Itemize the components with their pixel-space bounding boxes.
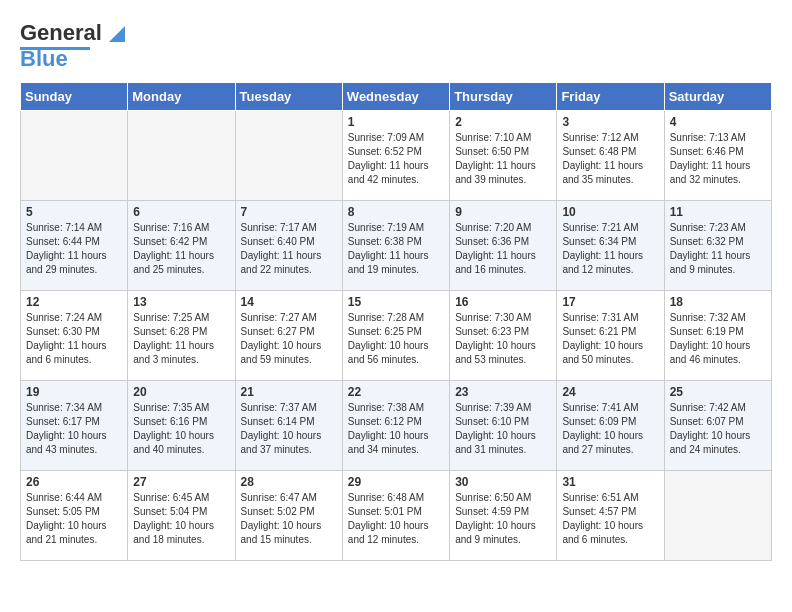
day-number: 14	[241, 295, 337, 309]
day-number: 9	[455, 205, 551, 219]
logo-blue: Blue	[20, 46, 68, 72]
day-number: 18	[670, 295, 766, 309]
day-info: Sunrise: 7:42 AMSunset: 6:07 PMDaylight:…	[670, 401, 766, 457]
day-cell	[664, 471, 771, 561]
page-header: General Blue	[20, 20, 772, 72]
day-info: Sunrise: 7:23 AMSunset: 6:32 PMDaylight:…	[670, 221, 766, 277]
calendar-header-row: SundayMondayTuesdayWednesdayThursdayFrid…	[21, 83, 772, 111]
day-number: 11	[670, 205, 766, 219]
day-cell: 31 Sunrise: 6:51 AMSunset: 4:57 PMDaylig…	[557, 471, 664, 561]
day-info: Sunrise: 7:13 AMSunset: 6:46 PMDaylight:…	[670, 131, 766, 187]
day-info: Sunrise: 7:32 AMSunset: 6:19 PMDaylight:…	[670, 311, 766, 367]
day-info: Sunrise: 7:17 AMSunset: 6:40 PMDaylight:…	[241, 221, 337, 277]
day-number: 2	[455, 115, 551, 129]
day-number: 15	[348, 295, 444, 309]
day-cell: 25 Sunrise: 7:42 AMSunset: 6:07 PMDaylig…	[664, 381, 771, 471]
day-cell: 29 Sunrise: 6:48 AMSunset: 5:01 PMDaylig…	[342, 471, 449, 561]
day-cell: 18 Sunrise: 7:32 AMSunset: 6:19 PMDaylig…	[664, 291, 771, 381]
calendar-table: SundayMondayTuesdayWednesdayThursdayFrid…	[20, 82, 772, 561]
day-number: 13	[133, 295, 229, 309]
svg-marker-0	[109, 26, 125, 42]
day-number: 17	[562, 295, 658, 309]
day-number: 20	[133, 385, 229, 399]
day-info: Sunrise: 6:51 AMSunset: 4:57 PMDaylight:…	[562, 491, 658, 547]
header-sunday: Sunday	[21, 83, 128, 111]
day-info: Sunrise: 7:27 AMSunset: 6:27 PMDaylight:…	[241, 311, 337, 367]
day-cell: 12 Sunrise: 7:24 AMSunset: 6:30 PMDaylig…	[21, 291, 128, 381]
day-info: Sunrise: 7:38 AMSunset: 6:12 PMDaylight:…	[348, 401, 444, 457]
day-cell: 11 Sunrise: 7:23 AMSunset: 6:32 PMDaylig…	[664, 201, 771, 291]
week-row-2: 5 Sunrise: 7:14 AMSunset: 6:44 PMDayligh…	[21, 201, 772, 291]
week-row-4: 19 Sunrise: 7:34 AMSunset: 6:17 PMDaylig…	[21, 381, 772, 471]
week-row-5: 26 Sunrise: 6:44 AMSunset: 5:05 PMDaylig…	[21, 471, 772, 561]
header-saturday: Saturday	[664, 83, 771, 111]
day-number: 8	[348, 205, 444, 219]
day-cell: 24 Sunrise: 7:41 AMSunset: 6:09 PMDaylig…	[557, 381, 664, 471]
day-number: 19	[26, 385, 122, 399]
day-info: Sunrise: 7:30 AMSunset: 6:23 PMDaylight:…	[455, 311, 551, 367]
logo-general: General	[20, 20, 102, 46]
header-friday: Friday	[557, 83, 664, 111]
day-number: 6	[133, 205, 229, 219]
day-cell: 5 Sunrise: 7:14 AMSunset: 6:44 PMDayligh…	[21, 201, 128, 291]
day-number: 26	[26, 475, 122, 489]
day-cell: 14 Sunrise: 7:27 AMSunset: 6:27 PMDaylig…	[235, 291, 342, 381]
day-cell	[21, 111, 128, 201]
day-number: 10	[562, 205, 658, 219]
day-info: Sunrise: 7:16 AMSunset: 6:42 PMDaylight:…	[133, 221, 229, 277]
week-row-3: 12 Sunrise: 7:24 AMSunset: 6:30 PMDaylig…	[21, 291, 772, 381]
day-info: Sunrise: 6:50 AMSunset: 4:59 PMDaylight:…	[455, 491, 551, 547]
day-cell: 20 Sunrise: 7:35 AMSunset: 6:16 PMDaylig…	[128, 381, 235, 471]
day-info: Sunrise: 7:34 AMSunset: 6:17 PMDaylight:…	[26, 401, 122, 457]
day-info: Sunrise: 6:48 AMSunset: 5:01 PMDaylight:…	[348, 491, 444, 547]
header-thursday: Thursday	[450, 83, 557, 111]
logo-icon	[103, 22, 125, 44]
day-cell: 23 Sunrise: 7:39 AMSunset: 6:10 PMDaylig…	[450, 381, 557, 471]
day-cell: 19 Sunrise: 7:34 AMSunset: 6:17 PMDaylig…	[21, 381, 128, 471]
day-info: Sunrise: 7:24 AMSunset: 6:30 PMDaylight:…	[26, 311, 122, 367]
day-cell: 13 Sunrise: 7:25 AMSunset: 6:28 PMDaylig…	[128, 291, 235, 381]
day-info: Sunrise: 7:28 AMSunset: 6:25 PMDaylight:…	[348, 311, 444, 367]
day-cell: 2 Sunrise: 7:10 AMSunset: 6:50 PMDayligh…	[450, 111, 557, 201]
header-monday: Monday	[128, 83, 235, 111]
day-cell: 8 Sunrise: 7:19 AMSunset: 6:38 PMDayligh…	[342, 201, 449, 291]
logo: General Blue	[20, 20, 125, 72]
day-cell: 16 Sunrise: 7:30 AMSunset: 6:23 PMDaylig…	[450, 291, 557, 381]
header-wednesday: Wednesday	[342, 83, 449, 111]
day-info: Sunrise: 7:37 AMSunset: 6:14 PMDaylight:…	[241, 401, 337, 457]
day-number: 22	[348, 385, 444, 399]
day-number: 23	[455, 385, 551, 399]
day-number: 29	[348, 475, 444, 489]
day-cell: 10 Sunrise: 7:21 AMSunset: 6:34 PMDaylig…	[557, 201, 664, 291]
day-number: 5	[26, 205, 122, 219]
day-info: Sunrise: 7:25 AMSunset: 6:28 PMDaylight:…	[133, 311, 229, 367]
day-info: Sunrise: 6:44 AMSunset: 5:05 PMDaylight:…	[26, 491, 122, 547]
day-info: Sunrise: 7:35 AMSunset: 6:16 PMDaylight:…	[133, 401, 229, 457]
day-cell	[128, 111, 235, 201]
day-cell: 28 Sunrise: 6:47 AMSunset: 5:02 PMDaylig…	[235, 471, 342, 561]
day-number: 28	[241, 475, 337, 489]
day-number: 12	[26, 295, 122, 309]
day-cell: 7 Sunrise: 7:17 AMSunset: 6:40 PMDayligh…	[235, 201, 342, 291]
day-info: Sunrise: 7:31 AMSunset: 6:21 PMDaylight:…	[562, 311, 658, 367]
day-info: Sunrise: 7:21 AMSunset: 6:34 PMDaylight:…	[562, 221, 658, 277]
day-cell: 1 Sunrise: 7:09 AMSunset: 6:52 PMDayligh…	[342, 111, 449, 201]
day-info: Sunrise: 7:12 AMSunset: 6:48 PMDaylight:…	[562, 131, 658, 187]
day-cell: 30 Sunrise: 6:50 AMSunset: 4:59 PMDaylig…	[450, 471, 557, 561]
day-info: Sunrise: 7:14 AMSunset: 6:44 PMDaylight:…	[26, 221, 122, 277]
day-cell: 15 Sunrise: 7:28 AMSunset: 6:25 PMDaylig…	[342, 291, 449, 381]
day-cell: 21 Sunrise: 7:37 AMSunset: 6:14 PMDaylig…	[235, 381, 342, 471]
day-info: Sunrise: 7:19 AMSunset: 6:38 PMDaylight:…	[348, 221, 444, 277]
day-number: 25	[670, 385, 766, 399]
day-number: 4	[670, 115, 766, 129]
day-info: Sunrise: 6:45 AMSunset: 5:04 PMDaylight:…	[133, 491, 229, 547]
header-tuesday: Tuesday	[235, 83, 342, 111]
day-cell: 4 Sunrise: 7:13 AMSunset: 6:46 PMDayligh…	[664, 111, 771, 201]
day-number: 21	[241, 385, 337, 399]
day-cell: 26 Sunrise: 6:44 AMSunset: 5:05 PMDaylig…	[21, 471, 128, 561]
day-number: 31	[562, 475, 658, 489]
day-cell	[235, 111, 342, 201]
day-info: Sunrise: 7:09 AMSunset: 6:52 PMDaylight:…	[348, 131, 444, 187]
day-number: 27	[133, 475, 229, 489]
week-row-1: 1 Sunrise: 7:09 AMSunset: 6:52 PMDayligh…	[21, 111, 772, 201]
